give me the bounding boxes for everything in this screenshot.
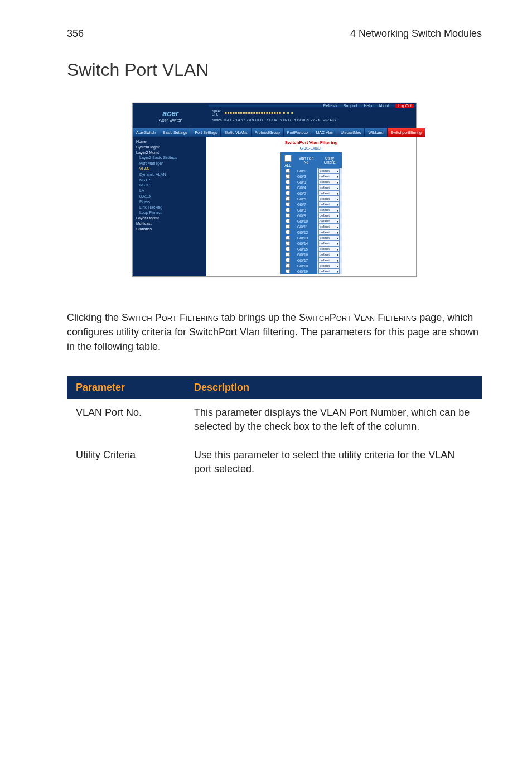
row-checkbox[interactable] <box>286 263 290 268</box>
row-checkbox-cell[interactable] <box>280 185 295 190</box>
row-checkbox[interactable] <box>286 208 290 212</box>
utility-select[interactable]: default <box>318 235 340 241</box>
nav-item[interactable]: Filters <box>136 199 203 205</box>
utility-select[interactable]: default <box>318 196 340 201</box>
utility-select[interactable]: default <box>318 263 340 268</box>
nav-item[interactable]: RSTP <box>136 182 203 188</box>
nav-item[interactable]: Statistics <box>136 227 203 232</box>
row-utility[interactable]: default <box>317 207 342 213</box>
row-utility[interactable]: default <box>317 179 342 185</box>
link-help[interactable]: Help <box>364 104 371 108</box>
row-checkbox[interactable] <box>286 247 290 251</box>
row-checkbox-cell[interactable] <box>280 196 295 201</box>
row-checkbox-cell[interactable] <box>280 207 295 213</box>
row-checkbox[interactable] <box>286 191 290 195</box>
row-checkbox-cell[interactable] <box>280 213 295 218</box>
row-checkbox-cell[interactable] <box>280 252 295 257</box>
row-checkbox-cell[interactable] <box>280 235 295 241</box>
row-utility[interactable]: default <box>317 224 342 229</box>
nav-item[interactable]: Port Manager <box>136 161 203 166</box>
row-checkbox[interactable] <box>286 258 290 262</box>
row-utility[interactable]: default <box>317 196 342 201</box>
row-utility[interactable]: default <box>317 241 342 246</box>
utility-select[interactable]: default <box>318 241 340 246</box>
nav-item[interactable]: 802.1x <box>136 194 203 199</box>
select-all-checkbox[interactable] <box>284 155 292 162</box>
link-about[interactable]: About <box>379 104 389 108</box>
utility-select[interactable]: default <box>318 207 340 213</box>
tab-protocol-group[interactable]: ProtocolGroup <box>252 128 284 137</box>
tab-acerswitch[interactable]: AcerSwitch <box>133 128 159 137</box>
row-checkbox-cell[interactable] <box>280 268 295 274</box>
utility-select[interactable]: default <box>318 168 340 174</box>
row-checkbox-cell[interactable] <box>280 179 295 185</box>
row-checkbox-cell[interactable] <box>280 224 295 229</box>
row-checkbox[interactable] <box>286 185 290 190</box>
nav-item[interactable]: LA <box>136 188 203 194</box>
row-checkbox-cell[interactable] <box>280 229 295 235</box>
tab-mac-vlan[interactable]: MAC Vlan <box>312 128 337 137</box>
nav-item[interactable]: Loop Protect <box>136 210 203 215</box>
row-checkbox[interactable] <box>286 252 290 257</box>
row-checkbox-cell[interactable] <box>280 218 295 224</box>
row-checkbox-cell[interactable] <box>280 190 295 196</box>
utility-select[interactable]: default <box>318 252 340 257</box>
row-checkbox[interactable] <box>286 213 290 218</box>
row-utility[interactable]: default <box>317 229 342 235</box>
nav-item[interactable]: Link Tracking <box>136 205 203 210</box>
utility-select[interactable]: default <box>318 268 340 274</box>
utility-select[interactable]: default <box>318 179 340 185</box>
row-utility[interactable]: default <box>317 201 342 207</box>
row-utility[interactable]: default <box>317 218 342 224</box>
row-checkbox[interactable] <box>286 174 290 179</box>
row-checkbox[interactable] <box>286 169 290 173</box>
row-checkbox[interactable] <box>286 202 290 206</box>
row-utility[interactable]: default <box>317 257 342 263</box>
row-utility[interactable]: default <box>317 190 342 196</box>
nav-item[interactable]: Layer3 Mgmt <box>136 215 203 221</box>
row-checkbox[interactable] <box>286 219 290 223</box>
row-utility[interactable]: default <box>317 185 342 190</box>
nav-item[interactable]: Multicast <box>136 221 203 227</box>
row-checkbox[interactable] <box>286 180 290 184</box>
nav-item[interactable]: MSTP <box>136 177 203 183</box>
tab-port-settings[interactable]: Port Settings <box>191 128 221 137</box>
utility-select[interactable]: default <box>318 185 340 190</box>
utility-select[interactable]: default <box>318 213 340 218</box>
row-checkbox[interactable] <box>286 230 290 234</box>
link-support[interactable]: Support <box>344 104 357 108</box>
row-checkbox[interactable] <box>286 236 290 240</box>
row-utility[interactable]: default <box>317 252 342 257</box>
utility-select[interactable]: default <box>318 257 340 263</box>
utility-select[interactable]: default <box>318 224 340 229</box>
nav-item[interactable]: Layer2 Mgmt <box>136 150 203 156</box>
utility-select[interactable]: default <box>318 190 340 196</box>
row-utility[interactable]: default <box>317 213 342 218</box>
utility-select[interactable]: default <box>318 201 340 207</box>
row-checkbox-cell[interactable] <box>280 257 295 263</box>
row-utility[interactable]: default <box>317 168 342 174</box>
row-utility[interactable]: default <box>317 174 342 179</box>
utility-select[interactable]: default <box>318 174 340 179</box>
row-checkbox-cell[interactable] <box>280 168 295 174</box>
row-checkbox[interactable] <box>286 241 290 246</box>
row-checkbox-cell[interactable] <box>280 263 295 268</box>
link-logout[interactable]: Log Out <box>395 104 414 108</box>
tab-static-vlans[interactable]: Static VLANs <box>221 128 251 137</box>
nav-item[interactable]: System Mgmt <box>136 145 203 150</box>
nav-item[interactable]: VLAN <box>136 166 203 172</box>
utility-select[interactable]: default <box>318 229 340 235</box>
row-utility[interactable]: default <box>317 268 342 274</box>
row-utility[interactable]: default <box>317 263 342 268</box>
tab-switchport-filtering[interactable]: Switchportfiltering <box>388 128 425 137</box>
tab-basic-settings[interactable]: Basic Settings <box>159 128 191 137</box>
tab-wildcard[interactable]: Wildcard <box>365 128 387 137</box>
tab-unicast-mac[interactable]: UnicastMac <box>337 128 365 137</box>
row-checkbox[interactable] <box>286 224 290 229</box>
row-checkbox-cell[interactable] <box>280 201 295 207</box>
nav-item[interactable]: Home <box>136 139 203 145</box>
row-checkbox-cell[interactable] <box>280 174 295 179</box>
row-checkbox-cell[interactable] <box>280 246 295 252</box>
link-refresh[interactable]: Refresh <box>323 104 337 108</box>
col-all[interactable]: ALL <box>280 152 295 168</box>
